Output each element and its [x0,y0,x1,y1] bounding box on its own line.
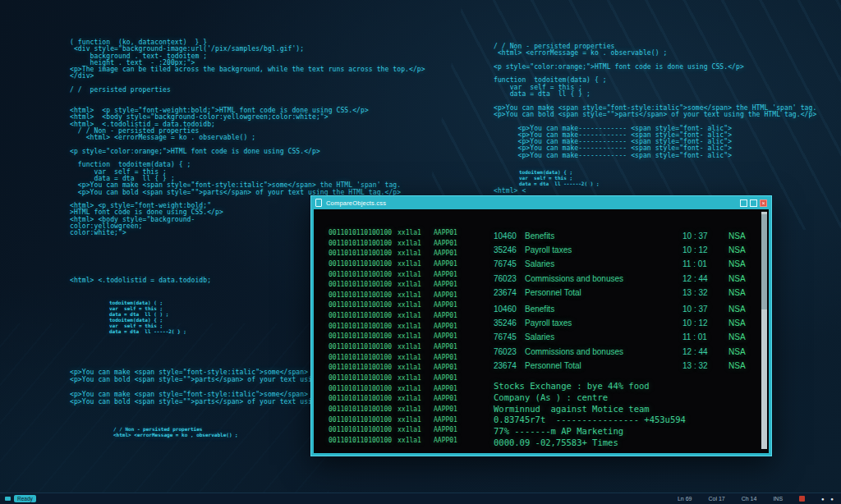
finance-group: 10460Benefits10 : 37NSA35246Payroll taxe… [494,231,756,302]
finance-time: 13 : 32 [682,361,728,375]
finance-amount: 76023 [494,347,525,361]
finance-amount: 35246 [494,245,525,259]
binary-row: 001101011010O100xx1la1AAPP01 [329,229,457,240]
finance-amount: 10460 [494,231,525,245]
finance-label: Commissions and bonuses [525,347,682,361]
finance-amount: 76745 [494,332,525,346]
finance-agency: NSA [728,288,756,302]
window-scrollbar[interactable] [761,212,767,449]
finance-time: 13 : 32 [682,288,728,302]
background-code-right-tail: <html> < [494,188,526,195]
finance-row: 23674Personnel Total13 : 32NSA [494,288,756,302]
window-titlebar[interactable]: CompareObjects.css × [311,196,771,209]
finance-row: 23674Personnel Total13 : 32NSA [494,361,756,375]
finance-time: 10 : 37 [682,231,728,245]
finance-amount: 76745 [494,259,525,273]
binary-row: 001101011010O100xx1la1AAPP01 [329,374,457,385]
finance-time: 11 : 01 [682,259,728,273]
finance-label: Benefits [525,305,682,318]
document-icon [315,199,322,207]
finance-label: Benefits [525,231,682,245]
finance-label: Personnel Total [525,361,682,375]
char-indicator: Ch 14 [742,496,757,502]
finance-row: 76023Commissions and bonuses12 : 44NSA [494,347,756,361]
stocks-summary: Stocks Exchange : bye 44% food Company (… [494,381,686,449]
window-title: CompareObjects.css [326,199,386,207]
finance-label: Commissions and bonuses [525,274,682,288]
finance-table: 10460Benefits10 : 37NSA35246Payroll taxe… [494,231,756,378]
binary-row: 001101011010O100xx1la1AAPP01 [329,240,457,250]
finance-amount: 23674 [494,288,525,302]
insert-mode-indicator[interactable]: INS [773,496,783,502]
taskbar: Ready Ln 69 Col 17 Ch 14 INS ● ● [0,493,841,504]
finance-row: 35246Payroll taxes10 : 12NSA [494,318,756,332]
binary-row: 001101011010O100xx1la1AAPP01 [329,260,457,271]
background-code-right-mono: todoitem(data) { ; var self = this ; dat… [519,170,600,187]
finance-amount: 76023 [494,274,525,288]
window-body: 001101011010O100xx1la1AAPP01001101011010… [314,209,769,453]
finance-agency: NSA [728,231,756,245]
finance-time: 10 : 12 [682,245,728,259]
status-dots-icon: ● ● [821,497,836,502]
background-diagonal-pattern-2 [0,323,329,504]
binary-row: 001101011010O100xx1la1AAPP01 [329,250,457,260]
line-indicator: Ln 69 [678,496,692,502]
finance-amount: 35246 [494,318,525,332]
close-button[interactable]: × [760,199,767,207]
finance-agency: NSA [728,305,756,318]
finance-agency: NSA [728,347,756,361]
finance-label: Payroll taxes [525,318,682,332]
binary-row: 001101011010O100xx1la1AAPP01 [329,323,457,333]
column-indicator: Col 17 [708,496,724,502]
binary-row: 001101011010O100xx1la1AAPP01 [329,312,457,323]
finance-label: Payroll taxes [525,245,682,259]
finance-agency: NSA [728,318,756,332]
minimize-button[interactable] [740,199,747,207]
binary-row: 001101011010O100xx1la1AAPP01 [329,343,457,354]
finance-row: 10460Benefits10 : 37NSA [494,305,756,318]
finance-agency: NSA [728,259,756,273]
binary-row: 001101011010O100xx1la1AAPP01 [329,301,457,312]
finance-time: 10 : 37 [682,305,728,318]
finance-row: 76745Salaries11 : 01NSA [494,332,756,346]
finance-group: 10460Benefits10 : 37NSA35246Payroll taxe… [494,305,756,375]
background-code-left-bottom: / / Non - persisted properties <html> <e… [113,427,238,438]
finance-label: Personnel Total [525,288,682,302]
finance-time: 12 : 44 [682,347,728,361]
binary-row: 001101011010O100xx1la1AAPP01 [329,426,457,437]
finance-row: 35246Payroll taxes10 : 12NSA [494,245,756,259]
background-code-left-mono: todoitem(data) ( ; var self = this ; dat… [109,300,186,334]
finance-label: Salaries [525,332,682,346]
finance-amount: 10460 [494,305,525,318]
compare-objects-window: CompareObjects.css × 001101011010O100xx1… [310,195,772,456]
finance-amount: 23674 [494,361,525,375]
binary-row: 001101011010O100xx1la1AAPP01 [329,437,457,447]
binary-row: 001101011010O100xx1la1AAPP01 [329,281,457,291]
finance-row: 76023Commissions and bonuses12 : 44NSA [494,274,756,288]
background-code-right: / / Non - persisted properties <html> <e… [494,44,816,159]
finance-time: 12 : 44 [682,274,728,288]
finance-time: 10 : 12 [682,318,728,332]
finance-agency: NSA [728,361,756,375]
status-ready-badge: Ready [14,495,36,502]
finance-agency: NSA [728,245,756,259]
binary-row: 001101011010O100xx1la1AAPP01 [329,395,457,405]
alert-icon [799,496,805,502]
taskbar-status-fields: Ln 69 Col 17 Ch 14 INS ● ● [678,496,836,502]
system-icon[interactable] [5,497,11,501]
binary-row: 001101011010O100xx1la1AAPP01 [329,291,457,302]
binary-data-column: 001101011010O100xx1la1AAPP01001101011010… [329,229,457,447]
binary-row: 001101011010O100xx1la1AAPP01 [329,405,457,416]
finance-row: 10460Benefits10 : 37NSA [494,231,756,245]
finance-label: Salaries [525,259,682,273]
desktop: ( function (ko, datacontext) } } <div st… [0,0,841,504]
binary-row: 001101011010O100xx1la1AAPP01 [329,332,457,343]
scrollbar-thumb[interactable] [761,214,767,309]
window-controls: × [740,199,767,207]
binary-row: 001101011010O100xx1la1AAPP01 [329,354,457,364]
binary-row: 001101011010O100xx1la1AAPP01 [329,364,457,374]
binary-row: 001101011010O100xx1la1AAPP01 [329,416,457,427]
binary-row: 001101011010O100xx1la1AAPP01 [329,385,457,396]
maximize-button[interactable] [750,199,757,207]
binary-row: 001101011010O100xx1la1AAPP01 [329,271,457,282]
